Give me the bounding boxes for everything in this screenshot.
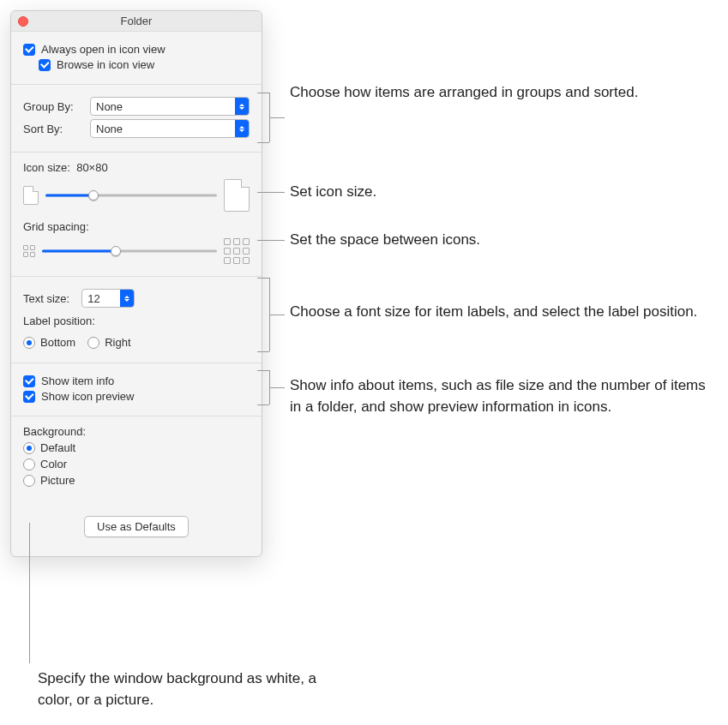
text-size-select[interactable]: 12 [81, 289, 135, 308]
use-as-defaults-button[interactable]: Use as Defaults [84, 516, 189, 537]
leader-line [269, 117, 285, 118]
show-item-info-row[interactable]: Show item info [23, 374, 250, 387]
browse-icon-view-label: Browse in icon view [57, 58, 154, 71]
section-view-mode: Always open in icon view Browse in icon … [11, 32, 262, 85]
background-label: Background: [23, 425, 250, 438]
label-position-right[interactable]: Right [87, 336, 130, 349]
window-title: Folder [121, 15, 153, 27]
always-open-icon-view-label: Always open in icon view [41, 43, 165, 56]
radio-icon [23, 475, 35, 487]
titlebar: Folder [11, 11, 262, 32]
icon-size-slider[interactable] [45, 189, 217, 202]
close-button[interactable] [18, 16, 28, 27]
file-small-icon [23, 186, 39, 205]
callout-grid-spacing: Set the space between icons. [290, 230, 480, 251]
chevron-up-down-icon [235, 98, 249, 115]
callout-icon-size: Set icon size. [290, 182, 376, 203]
section-text: Text size: 12 Label position: Bottom Rig… [11, 277, 262, 363]
grid-loose-icon [224, 238, 250, 264]
leader-line [269, 315, 285, 315]
checkbox-icon [23, 375, 35, 387]
text-size-label: Text size: [23, 292, 69, 305]
leader-line [257, 240, 285, 241]
label-right: Right [105, 336, 130, 349]
callout-info: Show info about items, such as file size… [290, 375, 719, 417]
show-item-info-label: Show item info [41, 374, 114, 387]
sort-by-select[interactable]: None [90, 119, 250, 138]
chevron-up-down-icon [235, 120, 249, 137]
leader-line [257, 93, 269, 93]
always-open-icon-view-row[interactable]: Always open in icon view [23, 43, 250, 56]
background-color[interactable]: Color [23, 458, 250, 470]
group-by-value: None [96, 100, 123, 113]
icon-size-value: 80×80 [76, 161, 108, 174]
section-sizing: Icon size: 80×80 Grid spacing: [11, 153, 262, 277]
sort-by-value: None [96, 123, 123, 135]
sort-by-label: Sort By: [23, 123, 83, 135]
leader-line [257, 142, 269, 143]
radio-icon [87, 337, 99, 349]
background-color-label: Color [40, 458, 67, 470]
label-position-bottom[interactable]: Bottom [23, 336, 75, 349]
leader-line [257, 404, 269, 405]
view-options-panel: Folder Always open in icon view Browse i… [10, 10, 262, 557]
chevron-up-down-icon [120, 290, 134, 307]
leader-line [257, 351, 269, 352]
section-background: Background: Default Color Picture [11, 416, 262, 500]
use-as-defaults-label: Use as Defaults [97, 520, 176, 533]
section-info: Show item info Show icon preview [11, 363, 262, 416]
grid-spacing-label: Grid spacing: [23, 220, 250, 233]
background-picture-label: Picture [40, 474, 75, 487]
group-by-select[interactable]: None [90, 97, 250, 116]
callout-arrange: Choose how items are arranged in groups … [290, 82, 638, 104]
group-by-label: Group By: [23, 100, 83, 113]
leader-line [257, 370, 269, 371]
icon-size-label: Icon size: [23, 161, 70, 174]
text-size-value: 12 [87, 292, 99, 305]
label-bottom: Bottom [40, 336, 75, 349]
browse-icon-view-row[interactable]: Browse in icon view [39, 58, 250, 71]
show-icon-preview-row[interactable]: Show icon preview [23, 390, 250, 403]
checkbox-icon [39, 59, 51, 71]
radio-icon [23, 337, 35, 349]
show-icon-preview-label: Show icon preview [41, 390, 134, 403]
leader-line [29, 523, 30, 663]
footer: Use as Defaults [11, 500, 262, 556]
leader-line [257, 278, 269, 279]
callout-background: Specify the window background as white, … [38, 668, 346, 710]
file-large-icon [224, 179, 250, 212]
radio-icon [23, 442, 35, 454]
section-arrange: Group By: None Sort By: None [11, 85, 262, 153]
grid-tight-icon [23, 245, 35, 257]
radio-icon [23, 458, 35, 470]
background-picture[interactable]: Picture [23, 474, 250, 487]
checkbox-icon [23, 44, 35, 56]
leader-line [257, 192, 285, 193]
background-default[interactable]: Default [23, 441, 250, 454]
leader-line [269, 387, 285, 388]
callout-text: Choose a font size for item labels, and … [290, 302, 697, 323]
background-default-label: Default [40, 441, 75, 454]
checkbox-icon [23, 391, 35, 403]
grid-spacing-slider[interactable] [42, 244, 217, 258]
label-position-label: Label position: [23, 315, 250, 327]
